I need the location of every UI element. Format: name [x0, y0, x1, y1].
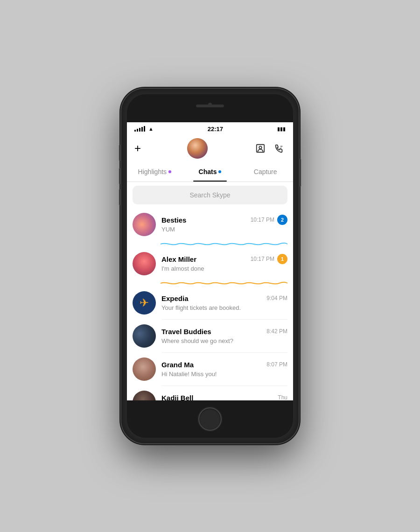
- chat-top-row-grandma: Grand Ma 8:07 PM: [161, 361, 287, 369]
- wave-besties: [161, 241, 287, 247]
- chat-preview-expedia: Your flight tickets are booked.: [161, 304, 241, 311]
- chat-time-alex: 10:17 PM: [251, 256, 274, 262]
- avatar-alex: [133, 252, 156, 275]
- highlights-dot: [168, 170, 171, 173]
- chat-time-travel: 8:42 PM: [266, 328, 287, 335]
- signal-bar-5: [144, 126, 145, 132]
- tabs-bar: Highlights Chats Capture: [127, 161, 293, 182]
- tab-capture[interactable]: Capture: [238, 161, 293, 182]
- chat-item-besties[interactable]: Besties 10:17 PM YUM 2: [127, 208, 293, 241]
- wave-alex: [161, 280, 287, 287]
- screen: ▲ 22:17 ▮▮▮ +: [127, 122, 293, 400]
- chat-name-besties: Besties: [161, 216, 186, 224]
- chat-top-row-travel: Travel Buddies 8:42 PM: [161, 328, 287, 336]
- chat-top-row-besties: Besties 10:17 PM: [161, 216, 274, 224]
- chat-content-travel: Travel Buddies 8:42 PM Where should we g…: [161, 328, 287, 345]
- status-left: ▲: [134, 126, 154, 132]
- signal-bar-4: [141, 127, 143, 132]
- svg-point-1: [259, 146, 262, 149]
- chat-name-alex: Alex Miller: [161, 255, 196, 263]
- chat-content-alex: Alex Miller 10:17 PM I'm almost done: [161, 255, 274, 273]
- header-icons: [254, 142, 286, 155]
- app-header: +: [127, 135, 293, 161]
- status-bar: ▲ 22:17 ▮▮▮: [127, 122, 293, 135]
- status-time: 22:17: [208, 126, 223, 133]
- chats-dot: [218, 170, 221, 173]
- chat-content-grandma: Grand Ma 8:07 PM Hi Natalie! Miss you!: [161, 361, 287, 378]
- chat-time-expedia: 9:04 PM: [266, 295, 287, 301]
- chat-preview-besties: YUM: [161, 226, 175, 233]
- chat-top-row-expedia: Expedia 9:04 PM: [161, 294, 287, 302]
- chat-name-travel: Travel Buddies: [161, 328, 211, 336]
- tab-chats-label: Chats: [199, 168, 217, 175]
- wifi-icon: ▲: [148, 126, 154, 132]
- user-avatar[interactable]: [187, 138, 208, 159]
- chat-content-expedia: Expedia 9:04 PM Your flight tickets are …: [161, 294, 287, 312]
- chat-preview-alex: I'm almost done: [161, 265, 204, 272]
- chat-content-besties: Besties 10:17 PM YUM: [161, 216, 274, 233]
- chat-item-kadji[interactable]: Kadji Bell Thu Awesome: [127, 386, 293, 400]
- tab-chats[interactable]: Chats: [182, 161, 238, 182]
- chat-content-kadji: Kadji Bell Thu Awesome: [161, 394, 287, 401]
- avatar-expedia: ✈: [133, 291, 156, 315]
- speaker-grille: [196, 105, 224, 107]
- tab-highlights-label: Highlights: [138, 168, 167, 175]
- phone-bottom: [127, 400, 293, 438]
- avatar-travel: [133, 324, 156, 348]
- badge-alex: 1: [277, 254, 287, 264]
- avatar-besties: [133, 213, 156, 236]
- signal-bar-1: [134, 130, 136, 132]
- battery-icon: ▮▮▮: [277, 126, 286, 132]
- signal-bar-2: [137, 129, 138, 132]
- phone-frame: ▲ 22:17 ▮▮▮ +: [121, 89, 299, 443]
- chat-preview-grandma: Hi Natalie! Miss you!: [161, 371, 217, 378]
- chat-item-travel[interactable]: Travel Buddies 8:42 PM Where should we g…: [127, 320, 293, 352]
- search-placeholder: Search Skype: [189, 191, 230, 199]
- chat-item-alex[interactable]: Alex Miller 10:17 PM I'm almost done 1: [127, 247, 293, 280]
- avatar-image: [187, 138, 208, 159]
- phone-top-bar: [127, 94, 293, 122]
- calls-icon[interactable]: [273, 142, 286, 155]
- tab-highlights[interactable]: Highlights: [127, 161, 182, 182]
- chat-time-grandma: 8:07 PM: [266, 361, 287, 368]
- contacts-icon[interactable]: [254, 142, 267, 155]
- chat-name-kadji: Kadji Bell: [161, 394, 193, 401]
- chat-name-grandma: Grand Ma: [161, 361, 194, 369]
- chat-item-grandma[interactable]: Grand Ma 8:07 PM Hi Natalie! Miss you!: [127, 353, 293, 385]
- signal-bars: [134, 126, 145, 132]
- add-button[interactable]: +: [134, 142, 141, 155]
- signal-bar-3: [139, 128, 140, 132]
- tab-capture-label: Capture: [254, 168, 277, 175]
- search-bar[interactable]: Search Skype: [133, 186, 287, 204]
- chat-name-expedia: Expedia: [161, 294, 189, 302]
- chat-item-expedia[interactable]: ✈ Expedia 9:04 PM Your flight tickets ar…: [127, 287, 293, 319]
- phone-inner: ▲ 22:17 ▮▮▮ +: [127, 94, 293, 438]
- chat-preview-travel: Where should we go next?: [161, 337, 233, 344]
- expedia-plane-icon: ✈: [140, 296, 149, 309]
- chat-time-kadji: Thu: [278, 394, 287, 400]
- chat-list: Besties 10:17 PM YUM 2: [127, 208, 293, 400]
- badge-besties: 2: [277, 215, 287, 225]
- chat-time-besties: 10:17 PM: [251, 217, 274, 223]
- chat-top-row-kadji: Kadji Bell Thu: [161, 394, 287, 401]
- home-button[interactable]: [198, 407, 222, 431]
- chat-top-row-alex: Alex Miller 10:17 PM: [161, 255, 274, 263]
- avatar-kadji: [133, 391, 156, 400]
- avatar-grandma: [133, 357, 156, 381]
